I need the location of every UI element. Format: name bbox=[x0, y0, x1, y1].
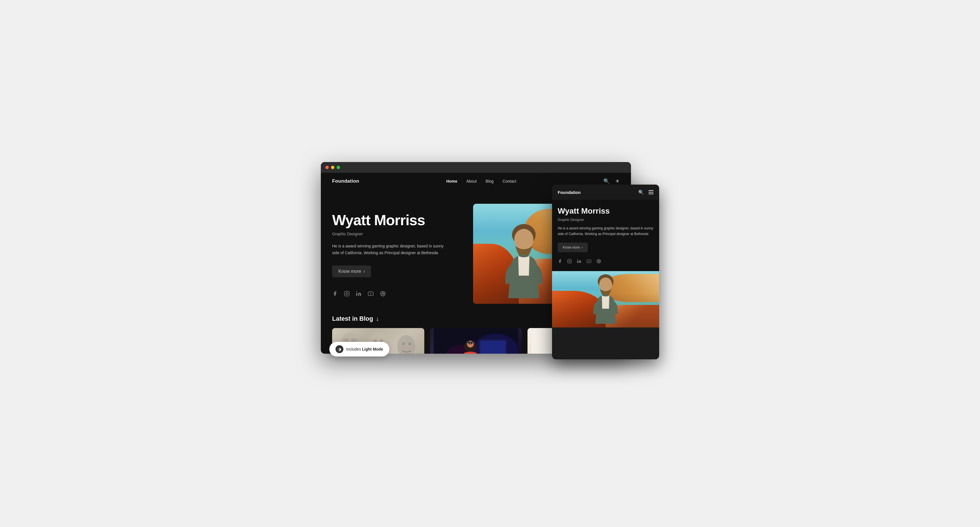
svg-rect-28 bbox=[480, 341, 506, 354]
instagram-icon[interactable] bbox=[344, 291, 350, 298]
browser-close-dot[interactable] bbox=[325, 166, 329, 169]
light-mode-badge[interactable]: ◑ Includes Light Mode bbox=[329, 342, 389, 357]
know-more-arrow: › bbox=[363, 269, 365, 274]
mobile-dribbble-icon[interactable] bbox=[597, 259, 601, 264]
nav-link-contact[interactable]: Contact bbox=[503, 179, 516, 184]
mobile-hero-image bbox=[552, 271, 659, 327]
nav-actions: 🔍 ☀ bbox=[603, 178, 620, 184]
svg-point-17 bbox=[408, 343, 411, 345]
person-silhouette bbox=[498, 219, 549, 304]
mobile-hero-subtitle: Graphic Designer bbox=[558, 218, 654, 222]
nav-link-about[interactable]: About bbox=[466, 179, 477, 184]
light-mode-icon: ◑ bbox=[336, 345, 344, 353]
svg-point-57 bbox=[577, 259, 578, 260]
site-logo: Foundation bbox=[332, 178, 359, 184]
mobile-hero-name: Wyatt Morriss bbox=[558, 206, 654, 216]
svg-point-6 bbox=[514, 229, 533, 250]
hero-description: He is a award winning gaming graphic des… bbox=[332, 243, 450, 256]
search-icon[interactable]: 🔍 bbox=[603, 178, 609, 184]
nav-link-blog[interactable]: Blog bbox=[486, 179, 494, 184]
mobile-youtube-icon[interactable] bbox=[586, 259, 592, 264]
svg-marker-3 bbox=[370, 293, 372, 294]
know-more-label: Know more bbox=[338, 269, 361, 274]
blog-heading-arrow: ↓ bbox=[376, 315, 379, 322]
browser-chrome-bar bbox=[321, 162, 631, 173]
browser-maximize-dot[interactable] bbox=[337, 166, 340, 169]
blog-card-2[interactable] bbox=[430, 328, 522, 354]
nav-links: Home About Blog Contact bbox=[446, 179, 516, 184]
badge-text-plain: Includes bbox=[346, 347, 362, 351]
mobile-hero-section: Wyatt Morriss Graphic Designer He is a a… bbox=[552, 200, 659, 271]
mobile-navbar: Foundation 🔍 bbox=[552, 184, 659, 200]
svg-rect-55 bbox=[568, 259, 571, 263]
browser-minimize-dot[interactable] bbox=[331, 166, 334, 169]
svg-point-15 bbox=[397, 335, 415, 354]
facebook-icon[interactable] bbox=[332, 291, 338, 298]
mobile-social-icons bbox=[558, 259, 654, 264]
mobile-search-icon[interactable]: 🔍 bbox=[638, 190, 644, 195]
mobile-facebook-icon[interactable] bbox=[558, 259, 562, 264]
mobile-browser: Foundation 🔍 Wyatt Morriss Graphic Desig… bbox=[552, 184, 659, 359]
youtube-icon[interactable] bbox=[368, 291, 374, 298]
dribbble-icon[interactable] bbox=[380, 291, 386, 298]
theme-toggle-icon[interactable]: ☀ bbox=[615, 178, 620, 184]
mobile-know-more-button[interactable]: Know more › bbox=[558, 243, 588, 252]
nav-link-home[interactable]: Home bbox=[446, 179, 457, 184]
hero-name: Wyatt Morriss bbox=[332, 212, 473, 228]
mobile-instagram-icon[interactable] bbox=[567, 259, 572, 264]
mobile-nav-actions: 🔍 bbox=[638, 190, 654, 195]
hero-text-area: Wyatt Morriss Graphic Designer He is a a… bbox=[332, 204, 473, 304]
mobile-person-silhouette bbox=[587, 271, 624, 327]
hamburger-line-1 bbox=[648, 190, 654, 191]
hamburger-line-2 bbox=[648, 192, 654, 192]
badge-text-bold: Light Mode bbox=[362, 347, 383, 351]
mobile-know-more-arrow: › bbox=[582, 246, 583, 249]
badge-label: Includes Light Mode bbox=[346, 347, 383, 351]
hamburger-menu-icon[interactable] bbox=[648, 190, 654, 194]
linkedin-icon[interactable] bbox=[356, 291, 361, 298]
svg-marker-58 bbox=[589, 261, 590, 262]
hamburger-line-3 bbox=[648, 194, 654, 194]
mobile-linkedin-icon[interactable] bbox=[577, 259, 581, 264]
svg-rect-0 bbox=[345, 291, 349, 296]
social-icons-row bbox=[332, 291, 473, 298]
know-more-button[interactable]: Know more › bbox=[332, 265, 371, 277]
mobile-know-more-label: Know more bbox=[563, 246, 580, 249]
scene: Foundation Home About Blog Contact 🔍 ☀ W… bbox=[321, 162, 659, 365]
office-art bbox=[430, 328, 522, 354]
svg-rect-33 bbox=[466, 341, 474, 343]
svg-point-61 bbox=[599, 277, 612, 292]
blog-heading-text: Latest in Blog bbox=[332, 315, 373, 322]
hero-subtitle: Graphic Designer bbox=[332, 232, 473, 236]
mobile-hero-description: He is a award winning gaming graphic des… bbox=[558, 226, 654, 237]
mobile-site-logo: Foundation bbox=[558, 190, 581, 195]
svg-point-2 bbox=[356, 291, 357, 292]
svg-point-16 bbox=[402, 343, 405, 345]
